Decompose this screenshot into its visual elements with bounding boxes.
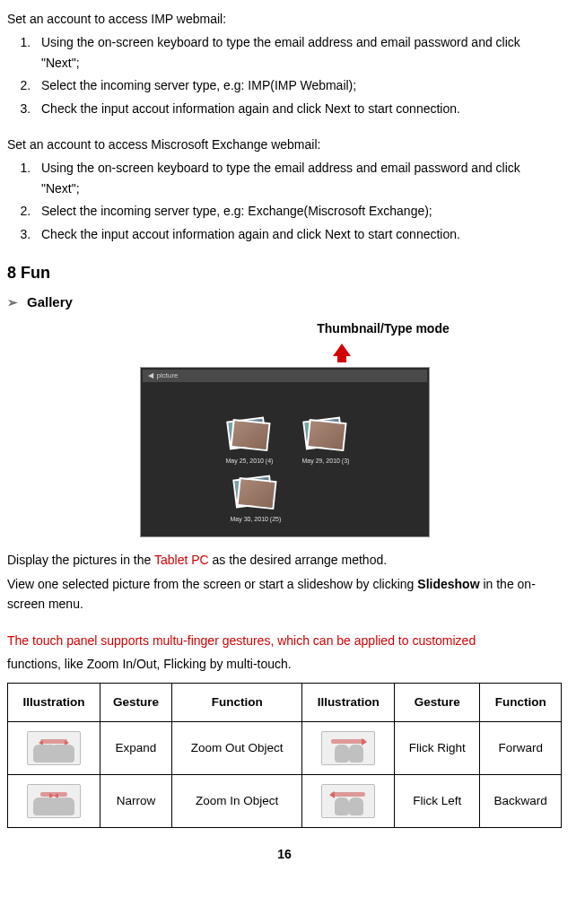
- imp-step-list: Using the on-screen keyboard to type the…: [7, 32, 562, 118]
- flick-left-gesture-icon: [321, 784, 375, 818]
- sub-heading: ➢ Gallery: [7, 292, 562, 313]
- body-text: The touch panel supports multu-finger ge…: [7, 631, 562, 650]
- table-cell: Backward: [480, 775, 562, 828]
- exch-step-list: Using the on-screen keyboard to type the…: [7, 158, 562, 244]
- gallery-topbar: ◀ picture: [143, 370, 427, 382]
- table-header: Illustration: [302, 684, 395, 722]
- sub-heading-text: Gallery: [27, 292, 73, 313]
- thumb-group: May 30, 2010 (25): [231, 475, 282, 524]
- table-cell: Zoom Out Object: [172, 722, 302, 775]
- list-item: Using the on-screen keyboard to type the…: [34, 32, 562, 73]
- list-item: Check the input accout information again…: [34, 224, 562, 244]
- gesture-table: Illustration Gesture Function Illustrati…: [7, 683, 562, 828]
- narrow-gesture-icon: [27, 784, 81, 818]
- list-item: Select the incoming server type, e.g: Ex…: [34, 201, 562, 221]
- body-text: functions, like Zoom In/Out, Flicking by…: [7, 654, 562, 674]
- arrow-bullet-icon: ➢: [7, 292, 18, 312]
- table-header: Function: [172, 684, 302, 722]
- list-item: Select the incoming server type, e.g: IM…: [34, 75, 562, 95]
- table-header: Illustration: [8, 684, 100, 722]
- body-text: Display the pictures in the Tablet PC as…: [7, 550, 562, 570]
- table-cell: Narrow: [100, 775, 171, 828]
- table-header-row: Illustration Gesture Function Illustrati…: [8, 684, 562, 722]
- table-row: Expand Zoom Out Object Flick Right Forwa…: [8, 722, 562, 775]
- list-item: Check the input accout information again…: [34, 99, 562, 118]
- table-cell: Flick Left: [395, 775, 480, 828]
- thumb-label: May 30, 2010 (25): [231, 514, 282, 524]
- intro-exchange: Set an account to access Miscrosoft Exch…: [7, 135, 562, 154]
- page-number: 16: [7, 844, 562, 864]
- thumb-label: May 29, 2010 (3): [302, 456, 350, 466]
- table-cell: Expand: [100, 722, 171, 775]
- list-item: Using the on-screen keyboard to type the…: [34, 158, 562, 198]
- section-heading: 8 Fun: [7, 260, 562, 286]
- back-icon: ◀: [148, 370, 153, 382]
- expand-gesture-icon: [27, 731, 81, 765]
- bold-text: Slideshow: [417, 577, 479, 591]
- thumb-group: May 29, 2010 (3): [302, 417, 350, 466]
- flick-right-gesture-icon: [321, 731, 375, 765]
- table-cell: Flick Right: [395, 722, 480, 775]
- thumb-label: May 25, 2010 (4): [226, 456, 274, 466]
- table-row: Narrow Zoom In Object Flick Left Backwar…: [8, 775, 562, 828]
- callout-arrow-icon: [333, 344, 351, 356]
- table-cell: Zoom In Object: [172, 775, 302, 828]
- body-text: View one selected picture from the scree…: [7, 574, 562, 615]
- table-header: Gesture: [395, 684, 480, 722]
- table-header: Function: [480, 684, 562, 722]
- callout-label: Thumbnail/Type mode: [119, 318, 450, 338]
- thumb-group: May 25, 2010 (4): [226, 417, 274, 466]
- table-cell: Forward: [480, 722, 562, 775]
- highlighted-text: The touch panel supports multu-finger ge…: [7, 633, 476, 648]
- table-header: Gesture: [100, 684, 171, 722]
- highlighted-text: Tablet PC: [154, 553, 209, 567]
- intro-imp: Set an account to access IMP webmail:: [7, 9, 562, 29]
- gallery-topbar-label: picture: [157, 370, 179, 382]
- gallery-screenshot: ◀ picture May 25, 2010 (4) May 29, 2010 …: [140, 367, 430, 537]
